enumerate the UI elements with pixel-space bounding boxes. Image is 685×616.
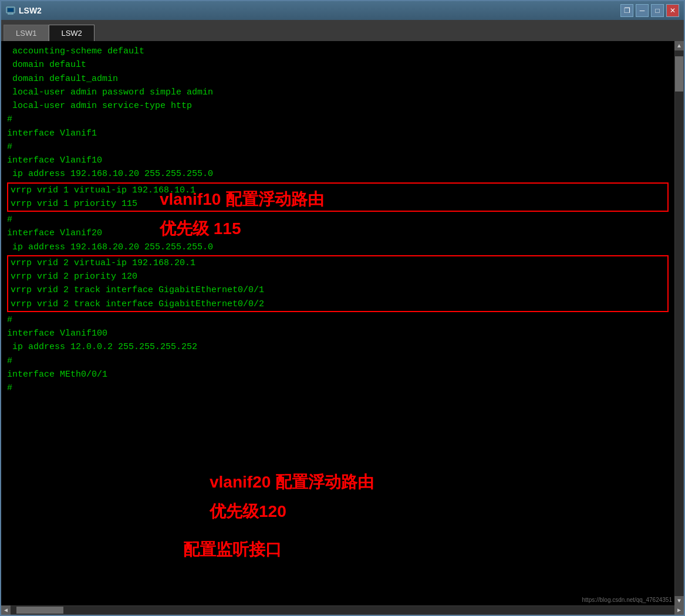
scroll-up-arrow[interactable]: ▲ — [674, 41, 684, 50]
line-2: domain default — [7, 58, 669, 72]
scroll-down-arrow[interactable]: ▼ — [674, 596, 684, 605]
app-icon — [6, 6, 15, 15]
scroll-right-arrow[interactable]: ▶ — [674, 605, 684, 615]
scrollbar-thumb[interactable] — [675, 56, 683, 92]
scrollbar-track[interactable] — [675, 50, 683, 596]
watermark: https://blog.csdn.net/qq_47624351 — [582, 595, 672, 605]
line-5: local-user admin service-type http — [7, 99, 669, 113]
line-9: interface Vlanif10 — [7, 154, 669, 167]
line-20: # — [7, 313, 669, 327]
restore-button[interactable]: ❐ — [620, 4, 633, 17]
line-24: interface MEth0/0/1 — [7, 368, 669, 381]
minimize-button[interactable]: ─ — [636, 4, 649, 17]
annotation-vlanif20-priority: 优先级120 — [210, 499, 286, 524]
line-4: local-user admin password simple admin — [7, 86, 669, 99]
line-15: ip address 192.168.20.20 255.255.255.0 — [7, 241, 669, 254]
scroll-left-arrow[interactable]: ◀ — [1, 605, 11, 615]
tab-lsw2-label: LSW2 — [61, 29, 82, 38]
line-1: accounting-scheme default — [7, 45, 669, 58]
tab-bar: LSW1 LSW2 — [1, 20, 684, 41]
line-16: vrrp vrid 2 virtual-ip 192.168.20.1 — [11, 256, 665, 270]
maximize-button[interactable]: □ — [651, 4, 664, 17]
vlanif10-red-box: vrrp vrid 1 virtual-ip 192.168.10.1 vrrp… — [7, 182, 669, 212]
close-button[interactable]: ✕ — [666, 4, 679, 17]
annotation-monitor: 配置监听接口 — [183, 537, 282, 562]
horizontal-scrollbar[interactable]: ◀ ▶ — [1, 605, 684, 615]
annotation-vlanif20-title: vlanif20 配置浮动路由 — [210, 469, 374, 495]
line-12: vrrp vrid 1 priority 115 — [11, 197, 665, 211]
window-title: LSW2 — [19, 6, 42, 15]
h-scrollbar-track[interactable] — [11, 606, 674, 614]
line-25: # — [7, 381, 669, 395]
tab-lsw1[interactable]: LSW1 — [4, 25, 49, 41]
tab-lsw2[interactable]: LSW2 — [49, 25, 94, 41]
line-10: ip address 192.168.10.20 255.255.255.0 — [7, 167, 669, 181]
terminal[interactable]: accounting-scheme default domain default… — [1, 41, 674, 605]
title-bar-left: LSW2 — [6, 6, 42, 15]
window-controls: ❐ ─ □ ✕ — [620, 4, 679, 17]
line-19: vrrp vrid 2 track interface GigabitEther… — [11, 297, 665, 311]
line-8: # — [7, 140, 669, 154]
line-7: interface Vlanif1 — [7, 127, 669, 140]
vlanif20-red-box: vrrp vrid 2 virtual-ip 192.168.20.1 vrrp… — [7, 255, 669, 312]
line-23: # — [7, 354, 669, 368]
svg-rect-4 — [8, 8, 14, 12]
main-window: LSW2 ❐ ─ □ ✕ LSW1 LSW2 accounting-scheme… — [0, 0, 685, 616]
terminal-wrapper: accounting-scheme default domain default… — [1, 41, 684, 605]
h-scrollbar-thumb[interactable] — [16, 607, 63, 614]
line-13: # — [7, 213, 669, 226]
line-6: # — [7, 113, 669, 126]
line-3: domain default_admin — [7, 72, 669, 86]
line-18: vrrp vrid 2 track interface GigabitEther… — [11, 283, 665, 297]
line-17: vrrp vrid 2 priority 120 — [11, 270, 665, 283]
line-11: vrrp vrid 1 virtual-ip 192.168.10.1 — [11, 184, 665, 197]
title-bar: LSW2 ❐ ─ □ ✕ — [1, 1, 684, 20]
vertical-scrollbar[interactable]: ▲ ▼ — [674, 41, 684, 605]
tab-lsw1-label: LSW1 — [16, 29, 36, 38]
line-22: ip address 12.0.0.2 255.255.255.252 — [7, 340, 669, 354]
line-14: interface Vlanif20 — [7, 226, 669, 240]
line-21: interface Vlanif100 — [7, 327, 669, 340]
